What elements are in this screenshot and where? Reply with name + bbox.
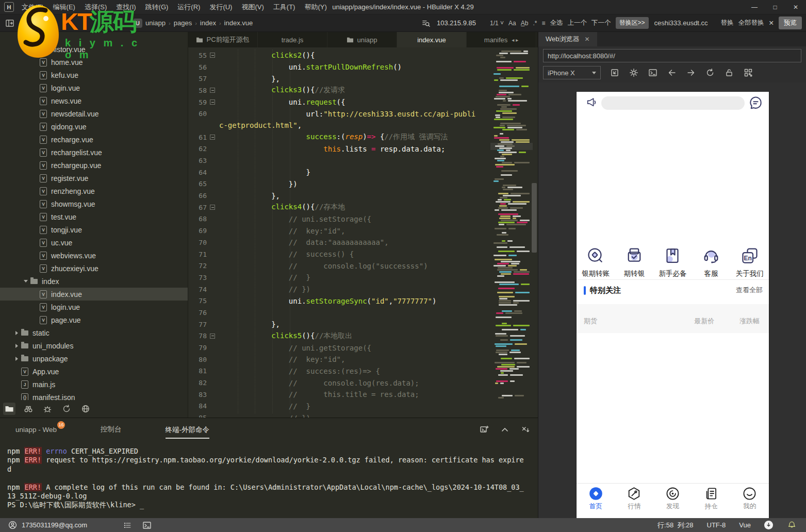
replace-zone-button[interactable]: 替换区>> [616,17,649,29]
code-line-77[interactable]: 77 }, [188,319,491,330]
tab-scroll-arrows[interactable]: ◂ ▸ [512,37,518,43]
tree-item-home.vue[interactable]: Vhome.vue [0,56,188,69]
code-line-66[interactable]: 66 }, [188,190,491,202]
quick-action-期转银[interactable]: 期转银 [615,246,654,278]
account-icon[interactable] [7,520,18,530]
code-line-64[interactable]: 64 } [188,167,491,178]
previous-match-button[interactable]: 上一个 [568,19,587,27]
tree-item-history.vue[interactable]: Vhistory.vue [0,43,188,56]
code-line-67[interactable]: 67 clicks4(){//存本地 [188,202,491,213]
code-line-69[interactable]: 69 // key:"id", [188,225,491,237]
fold-marker[interactable] [209,99,216,105]
web-view-icon[interactable] [79,403,92,415]
menu-查找I[interactable]: 查找(I) [111,0,140,14]
code-line-83[interactable]: 83 // this.title = res.data; [188,389,491,401]
open-external-icon[interactable] [610,68,620,78]
tree-item-tongji.vue[interactable]: Vtongji.vue [0,223,188,236]
download-update-icon[interactable] [764,521,773,529]
tree-item-newsdetail.vue[interactable]: Vnewsdetail.vue [0,107,188,120]
code-line-63[interactable]: 63 [188,155,491,167]
terminal-tab-uniapp - Web[interactable]: uniapp - Web16 [15,426,57,435]
tree-item-renzheng.vue[interactable]: Vrenzheng.vue [0,185,188,197]
breadcrumb-item-pages[interactable]: pages [174,19,192,27]
close-find-button[interactable]: ✕ [769,19,774,27]
tree-item-uc.vue[interactable]: Vuc.vue [0,236,188,249]
cursor-position[interactable]: 行:58 列:28 [657,521,693,530]
code-line-60[interactable]: 60 url:"http://ceshi333.eusdt.cc/api-pub… [188,108,491,120]
encoding-indicator[interactable]: UTF-8 [707,521,726,529]
chevron-closed-icon[interactable] [12,344,21,348]
browser-tab-close-icon[interactable]: ✕ [585,36,590,43]
code-line-70[interactable]: 70 // data:"aaaaaaaaaaa", [188,237,491,248]
tree-item-unpackage[interactable]: unpackage [0,352,188,365]
menu-编辑E[interactable]: 编辑(E) [48,0,80,14]
lines-toggle[interactable]: ≡ [541,20,545,27]
code-line-65[interactable]: 65 }) [188,178,491,190]
replace-button[interactable]: 替换 [721,19,734,27]
quick-action-银期转账[interactable]: 银期转账 [577,246,615,278]
tree-item-qidong.vue[interactable]: Vqidong.vue [0,120,188,133]
code-line-81[interactable]: 81 // success:(res)=> { [188,365,491,377]
code-editor[interactable]: 55 clicks2(){56 uni.startPullDownRefresh… [188,47,538,418]
replace-all-button[interactable]: 全部替换 [738,19,764,27]
nav-item-持仓[interactable]: 持仓 [692,484,731,518]
match-case-toggle[interactable]: Aa [508,20,516,27]
code-line-73[interactable]: 73 // } [188,272,491,284]
files-view-icon[interactable] [3,403,15,415]
nav-item-首页[interactable]: 首页 [577,484,615,518]
menu-文件F[interactable]: 文件(F) [17,0,48,14]
code-line-74[interactable]: 74 // }) [188,284,491,295]
editor-tab-trade.js[interactable]: trade.js [258,32,327,47]
nav-item-发现[interactable]: 发现 [653,484,692,518]
quick-action-新手必备[interactable]: 新手必备 [653,246,692,278]
editor-scrollbar[interactable] [532,183,537,253]
outline-icon[interactable] [122,520,133,530]
tree-item-webviews.vue[interactable]: Vwebviews.vue [0,249,188,262]
forward-icon[interactable] [686,68,696,78]
chevron-closed-icon[interactable] [12,357,21,361]
breadcrumb-item-index[interactable]: index [200,19,216,27]
bell-icon[interactable] [786,520,797,530]
panel-toggle-icon[interactable] [5,19,14,28]
gear-icon[interactable] [629,68,639,78]
tree-item-main.js[interactable]: Jmain.js [0,378,188,391]
tree-item-static[interactable]: static [0,326,188,339]
code-line-79[interactable]: 79 // uni.getStorage({ [188,342,491,354]
tree-item-login.vue[interactable]: Vlogin.vue [0,301,188,313]
tree-item-index.vue[interactable]: Vindex.vue [0,288,188,301]
chat-bubble-icon[interactable] [749,96,763,110]
code-line-68[interactable]: 68 // uni.setStorage({ [188,213,491,225]
browser-tab[interactable]: Web浏览器 ✕ [538,32,597,46]
code-line-71[interactable]: 71 // success() { [188,248,491,260]
code-line[interactable]: c-getproduct.html", [188,120,491,131]
view-all-link[interactable]: 查看全部 [736,286,763,295]
fold-marker[interactable] [209,53,216,58]
match-count[interactable]: 1/1 ˅ [490,20,504,27]
code-line-56[interactable]: 56 uni.startPullDownRefresh() [188,61,491,73]
menu-工具T[interactable]: 工具(T) [269,0,300,14]
next-match-button[interactable]: 下一个 [591,19,611,27]
terminal-icon[interactable] [142,520,152,530]
tree-item-test.vue[interactable]: Vtest.vue [0,210,188,223]
editor-tab-uniapp[interactable]: uniapp [327,32,397,47]
tree-item-rechargeup.vue[interactable]: Vrechargeup.vue [0,159,188,172]
code-line-61[interactable]: 61 success:(resp)=> {//作用域 强调写法 [188,131,491,143]
code-line-59[interactable]: 59 uni.request({ [188,96,491,108]
nav-item-行情[interactable]: 行情 [615,484,654,518]
breadcrumb-item-index.vue[interactable]: index.vue [224,19,253,27]
editor-tab-PC前端开源包[interactable]: PC前端开源包 [188,32,258,47]
fold-marker[interactable] [209,88,216,93]
menu-运行R[interactable]: 运行(R) [173,0,205,14]
url-input[interactable] [543,49,801,62]
chevron-closed-icon[interactable] [12,331,21,335]
terminal-tab-控制台[interactable]: 控制台 [101,425,122,435]
terminal-output[interactable]: npm ERR! errno CERT_HAS_EXPIREDnpm ERR! … [7,447,533,510]
code-line-55[interactable]: 55 clicks2(){ [188,49,491,61]
tree-item-zhucexieyi.vue[interactable]: Vzhucexieyi.vue [0,262,188,275]
code-line-85[interactable]: 85 // }) [188,412,491,418]
minimap[interactable] [494,51,530,411]
menu-视图V[interactable]: 视图(V) [237,0,268,14]
fold-marker[interactable] [209,205,216,210]
tree-item-login.vue[interactable]: Vlogin.vue [0,81,188,94]
code-line-75[interactable]: 75 uni.setStorageSync("id","7777777") [188,295,491,307]
